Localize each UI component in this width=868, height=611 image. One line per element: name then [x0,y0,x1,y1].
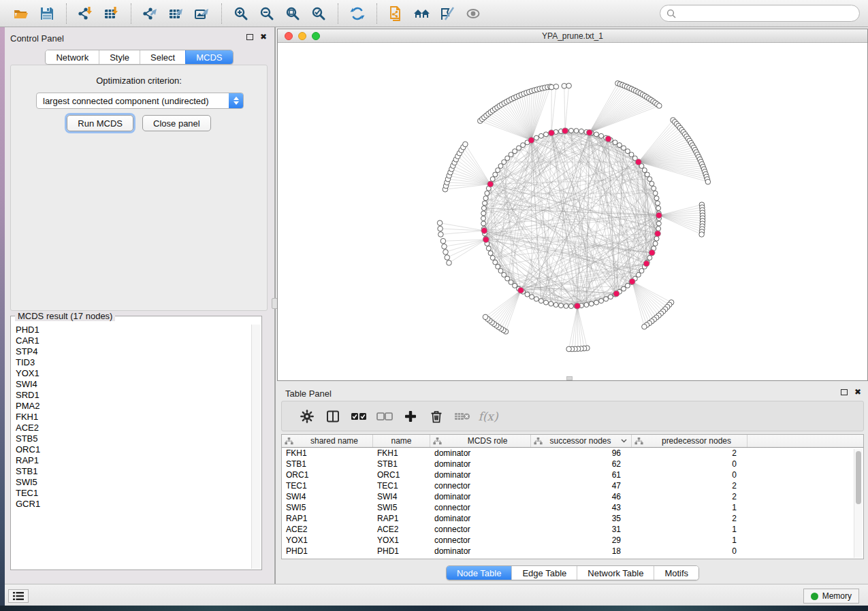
ring-node[interactable] [599,299,604,303]
column-header-name[interactable]: name [373,435,430,447]
close-panel-icon[interactable]: ✖ [260,33,267,40]
leaf-node[interactable] [463,142,468,147]
leaf-node[interactable] [642,324,647,329]
leaf-node[interactable] [699,232,705,237]
ring-node[interactable] [617,143,622,148]
mcds-result-item[interactable]: FKH1 [12,412,251,423]
table-tab-node-table[interactable]: Node Table [447,566,512,580]
ring-node[interactable] [656,227,661,231]
mcds-hub-node[interactable] [643,261,649,267]
cell-name[interactable]: ORC1 [373,470,430,480]
mcds-result-item[interactable]: ACE2 [12,423,251,433]
leaf-node[interactable] [483,314,488,320]
leaf-node[interactable] [566,83,572,88]
ring-node[interactable] [505,276,510,281]
cell-role[interactable]: dominator [430,448,531,458]
cell-shared_name[interactable]: RAP1 [282,514,373,523]
leaf-node[interactable] [566,346,572,352]
cell-name[interactable]: SWI4 [373,492,430,501]
ring-node[interactable] [652,186,656,191]
ring-node[interactable] [493,260,498,265]
mcds-result-item[interactable]: SWI4 [12,379,251,390]
mcds-hub-node[interactable] [562,128,568,134]
cell-name[interactable]: YOX1 [373,535,430,545]
cell-shared_name[interactable]: ACE2 [282,525,373,534]
mcds-result-item[interactable]: RAP1 [12,455,251,466]
cell-shared_name[interactable]: PHD1 [282,546,373,556]
ring-node[interactable] [485,191,489,196]
mcds-result-item[interactable]: YOX1 [12,368,251,379]
ring-node[interactable] [647,177,652,182]
mcds-hub-node[interactable] [656,212,662,218]
cell-name[interactable]: PHD1 [373,546,430,556]
network-window-titlebar[interactable]: YPA_prune.txt_1 [278,29,867,43]
mcds-hub-node[interactable] [649,250,655,256]
network-canvas[interactable] [278,43,867,380]
ring-node[interactable] [488,251,493,256]
ring-node[interactable] [525,292,530,297]
cell-predecessors[interactable]: 0 [632,546,748,556]
ring-node[interactable] [534,135,539,140]
task-history-button[interactable] [8,589,29,603]
leaf-node[interactable] [657,103,662,109]
ring-node[interactable] [521,143,526,148]
ring-node[interactable] [647,255,652,260]
cell-shared_name[interactable]: ORC1 [282,470,373,480]
ring-node[interactable] [481,221,486,226]
ring-node[interactable] [544,132,549,137]
mcds-result-item[interactable]: SRD1 [12,390,251,401]
cell-successors[interactable]: 46 [531,492,632,501]
ring-node[interactable] [530,295,534,299]
ring-node[interactable] [639,269,644,274]
column-header-predecessors[interactable]: predecessor nodes [632,435,748,447]
table-row[interactable]: RAP1RAP1dominator352 [282,513,863,524]
mcds-result-item[interactable]: GCR1 [12,499,251,510]
cell-successors[interactable]: 62 [531,459,632,469]
cell-shared_name[interactable]: TEC1 [282,481,373,491]
table-row[interactable]: SWI4SWI4dominator462 [282,491,863,502]
ring-node[interactable] [539,299,543,303]
mcds-hub-node[interactable] [481,228,487,234]
mcds-result-item[interactable]: PHD1 [12,325,251,335]
cell-shared_name[interactable]: SWI4 [282,492,373,501]
memory-button[interactable]: Memory [803,589,859,604]
cell-successors[interactable]: 31 [531,525,632,534]
mcds-result-item[interactable]: STB5 [12,433,251,444]
ring-node[interactable] [613,140,617,145]
export-image-button[interactable] [189,3,215,24]
export-table-button[interactable] [163,3,189,24]
mcds-result-item[interactable]: TEC1 [12,488,251,499]
mcds-result-item[interactable]: STP4 [12,346,251,357]
ring-node[interactable] [493,172,498,177]
table-row[interactable]: SWI5SWI5connector431 [282,502,863,513]
cell-shared_name[interactable]: YOX1 [282,535,373,545]
column-header-successors[interactable]: successor nodes [531,435,632,447]
ring-node[interactable] [481,206,486,211]
cell-role[interactable]: connector [430,525,531,534]
leaf-node[interactable] [440,238,446,244]
settings-gear-button[interactable] [294,406,320,427]
mcds-result-item[interactable]: SWI5 [12,477,251,488]
leaf-node[interactable] [553,84,559,90]
cell-shared_name[interactable]: STB1 [282,459,373,469]
table-scrollbar[interactable] [854,449,863,558]
ring-node[interactable] [490,255,495,260]
ring-node[interactable] [544,300,549,305]
ring-node[interactable] [496,264,500,269]
import-network-button[interactable] [73,3,99,24]
mcds-hub-node[interactable] [655,231,661,237]
table-row[interactable]: STB1STB1dominator620 [282,459,863,469]
cell-role[interactable]: connector [430,503,531,512]
leaf-node[interactable] [438,226,443,231]
ring-node[interactable] [559,303,564,308]
table-row[interactable]: TEC1TEC1connector472 [282,480,863,491]
control-panel-tab-mcds[interactable]: MCDS [185,50,232,64]
mcds-hub-node[interactable] [586,129,592,135]
table-row[interactable]: FKH1FKH1dominator962 [282,448,863,459]
clone-network-button[interactable] [383,3,409,24]
ring-node[interactable] [594,132,599,137]
mcds-hub-node[interactable] [629,278,635,284]
ring-node[interactable] [656,206,661,211]
ring-node[interactable] [622,146,626,150]
leaf-node[interactable] [445,255,450,261]
